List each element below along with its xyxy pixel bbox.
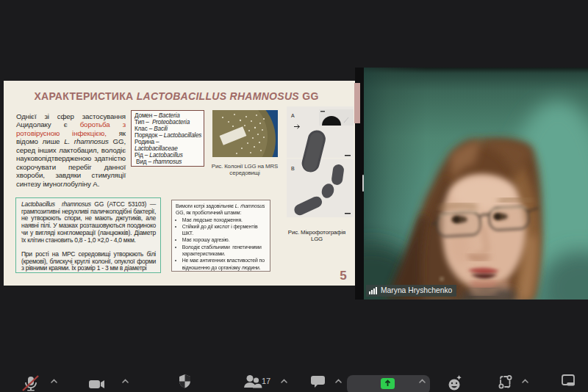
svg-text:17: 17 bbox=[262, 377, 270, 385]
svg-text:B: B bbox=[291, 166, 295, 171]
svg-text:A: A bbox=[291, 113, 295, 118]
